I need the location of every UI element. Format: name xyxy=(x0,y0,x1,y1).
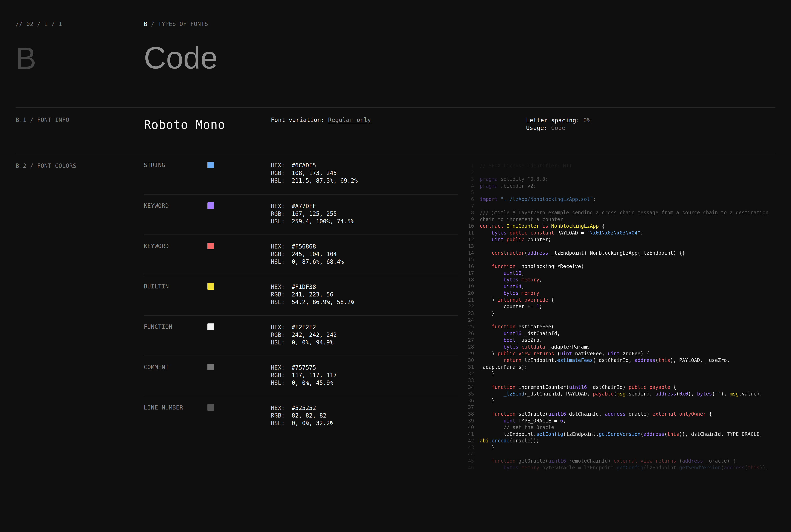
code-line: 4pragma abicoder v2; xyxy=(464,183,775,189)
code-line-text xyxy=(480,169,483,176)
breadcrumb: B / TYPES OF FONTS xyxy=(144,21,208,27)
code-line-text: ) public view returns (uint nativeFee, u… xyxy=(480,350,649,357)
code-line: 40 // set the Oracle xyxy=(464,424,775,431)
color-field-label: HSL: xyxy=(271,339,292,346)
code-line: 24 xyxy=(464,317,775,324)
code-line-number: 9 xyxy=(464,216,474,223)
color-field-hex: HEX:#757575 xyxy=(271,364,458,372)
code-line: 2 xyxy=(464,169,775,176)
color-field-label: RGB: xyxy=(271,291,292,298)
color-fields: HEX:#F1DF38RGB:241, 223, 56HSL:54.2, 86.… xyxy=(271,283,458,315)
code-line: 9chain to increment a counter xyxy=(464,216,775,223)
code-line-number: 17 xyxy=(464,270,474,277)
code-line-text: pragma solidity ^0.8.0; xyxy=(480,176,548,183)
code-line: 32 } xyxy=(464,370,775,377)
code-line-text: function getOracle(uint16 remoteChainId)… xyxy=(480,458,736,464)
color-field-value: 242, 242, 242 xyxy=(292,331,337,339)
code-line-text: } xyxy=(480,444,495,451)
font-variation-link[interactable]: Regular only xyxy=(328,116,371,123)
color-field-rgb: RGB:117, 117, 117 xyxy=(271,372,458,379)
code-line-text: uint16 _dstChainId, xyxy=(480,330,560,337)
code-line: 34 function incrementCounter(uint16 _dst… xyxy=(464,384,775,391)
code-line: 3pragma solidity ^0.8.0; xyxy=(464,176,775,183)
code-line-text: abi.encode(oracle)); xyxy=(480,437,539,444)
code-line-number: 38 xyxy=(464,411,474,418)
color-field-value: #757575 xyxy=(292,364,316,372)
swatch-cell xyxy=(207,323,271,356)
color-fields: HEX:#6CADF5RGB:108, 173, 245HSL:211.5, 8… xyxy=(271,162,458,194)
code-line: 15 xyxy=(464,256,775,263)
color-fields: HEX:#757575RGB:117, 117, 117HSL:0, 0%, 4… xyxy=(271,364,458,396)
code-line-number: 40 xyxy=(464,424,474,431)
color-field-label: RGB: xyxy=(271,412,292,419)
code-line-text: function _nonblockingLzReceive( xyxy=(480,263,584,270)
code-line: 29 ) public view returns (uint nativeFee… xyxy=(464,350,775,357)
code-line-text: uint public counter; xyxy=(480,236,551,243)
breadcrumb-section: B xyxy=(144,21,147,27)
code-line-text: import "../lzApp/NonblockingLzApp.sol"; xyxy=(480,196,596,203)
color-field-value: 211.5, 87.3%, 69.2% xyxy=(292,177,357,185)
code-line-number: 12 xyxy=(464,236,474,243)
color-field-value: #F1DF38 xyxy=(292,283,316,291)
code-line: 30 return lzEndpoint.estimateFees(_dstCh… xyxy=(464,357,775,364)
code-line: 21 ) internal override { xyxy=(464,297,775,303)
color-field-hsl: HSL:0, 0%, 94.9% xyxy=(271,339,458,346)
code-line: 6import "../lzApp/NonblockingLzApp.sol"; xyxy=(464,196,775,203)
color-field-value: 241, 223, 56 xyxy=(292,291,333,298)
code-line-text: contract OmniCounter is NonblockingLzApp… xyxy=(480,223,605,230)
color-field-value: 0, 0%, 32.2% xyxy=(292,419,333,427)
font-variation: Font variation: Regular only xyxy=(271,116,371,123)
code-line-text: function setOracle(uint16 dstChainId, ad… xyxy=(480,411,712,418)
code-line-number: 18 xyxy=(464,277,474,283)
code-line: 43 } xyxy=(464,444,775,451)
code-line-number: 22 xyxy=(464,303,474,310)
section-label-font-info: B.1 / FONT INFO xyxy=(16,116,69,123)
code-line-text: bytes memory xyxy=(480,290,539,297)
color-fields: HEX:#F2F2F2RGB:242, 242, 242HSL:0, 0%, 9… xyxy=(271,323,458,356)
code-line: 27 bool _useZro, xyxy=(464,337,775,344)
swatch-cell xyxy=(207,283,271,315)
code-line: 19 uint64, xyxy=(464,283,775,290)
color-field-hex: HEX:#6CADF5 xyxy=(271,162,458,169)
font-color-row: LINE NUMBERHEX:#525252RGB:82, 82, 82HSL:… xyxy=(144,396,458,436)
code-line-number: 7 xyxy=(464,203,474,210)
color-field-value: #A77DFF xyxy=(292,202,316,210)
color-field-value: 167, 125, 255 xyxy=(292,210,337,217)
code-line-number: 16 xyxy=(464,263,474,270)
swatch-cell xyxy=(207,202,271,234)
color-field-label: HSL: xyxy=(271,258,292,266)
divider-top xyxy=(16,107,775,108)
code-line-text: return lzEndpoint.estimateFees(_dstChain… xyxy=(480,357,730,364)
code-line-number: 25 xyxy=(464,323,474,330)
code-line: 11 bytes public constant PAYLOAD = "\x01… xyxy=(464,230,775,236)
code-line: 38 function setOracle(uint16 dstChainId,… xyxy=(464,411,775,418)
color-fields: HEX:#A77DFFRGB:167, 125, 255HSL:259.4, 1… xyxy=(271,202,458,234)
code-line-number: 34 xyxy=(464,384,474,391)
color-swatch xyxy=(207,162,214,168)
code-line-text: uint64, xyxy=(480,283,525,290)
code-line-number: 30 xyxy=(464,357,474,364)
code-line-number: 46 xyxy=(464,464,474,471)
color-field-rgb: RGB:245, 104, 104 xyxy=(271,250,458,258)
font-color-row: COMMENTHEX:#757575RGB:117, 117, 117HSL:0… xyxy=(144,356,458,396)
code-line-number: 15 xyxy=(464,256,474,263)
code-line: 16 function _nonblockingLzReceive( xyxy=(464,263,775,270)
color-field-label: HSL: xyxy=(271,419,292,427)
code-line-number: 10 xyxy=(464,223,474,230)
code-line: 26 uint16 _dstChainId, xyxy=(464,330,775,337)
page-index: // 02 / I / 1 xyxy=(16,21,62,27)
font-color-rows: STRINGHEX:#6CADF5RGB:108, 173, 245HSL:21… xyxy=(144,154,458,436)
code-line-number: 33 xyxy=(464,377,474,384)
code-line-number: 11 xyxy=(464,230,474,236)
usage-value: Code xyxy=(551,125,566,131)
code-line-text: pragma abicoder v2; xyxy=(480,183,536,189)
color-field-label: HEX: xyxy=(271,323,292,331)
code-line-number: 44 xyxy=(464,451,474,458)
code-line-text: // set the Oracle xyxy=(480,424,554,431)
code-line-number: 4 xyxy=(464,183,474,189)
code-line-number: 36 xyxy=(464,397,474,404)
code-line-text: constructor(address _lzEndpoint) Nonbloc… xyxy=(480,250,685,256)
code-line: 14 constructor(address _lzEndpoint) Nonb… xyxy=(464,250,775,256)
code-line-number: 14 xyxy=(464,250,474,256)
swatch-cell xyxy=(207,404,271,436)
